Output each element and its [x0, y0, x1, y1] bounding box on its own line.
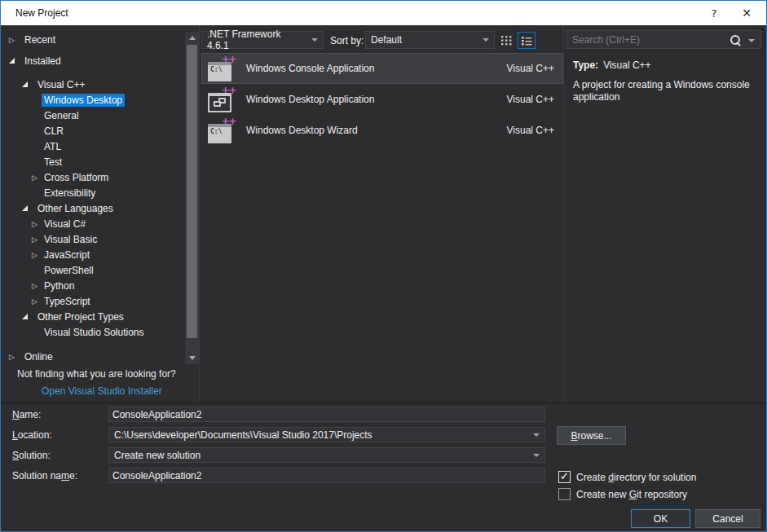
tree-collapsed-icon: ▷ — [32, 220, 42, 228]
help-button[interactable]: ? — [701, 1, 727, 25]
name-label: Name: — [12, 407, 41, 423]
tree-item-other-project-types[interactable]: Other Project Types — [1, 309, 185, 324]
search-box[interactable]: Search (Ctrl+E) — [566, 30, 761, 49]
type-value: Visual C++ — [603, 59, 650, 71]
tree-item-installed[interactable]: Installed — [1, 53, 185, 68]
template-description: A project for creating a Windows console… — [573, 79, 759, 103]
tree-collapsed-icon: ▷ — [32, 297, 42, 306]
template-platform: Visual C++ — [507, 94, 554, 105]
checkbox-icon[interactable] — [558, 471, 571, 483]
tree-item-powershell[interactable]: PowerShell — [1, 262, 185, 278]
tree-item-other-languages[interactable]: Other Languages — [1, 200, 185, 216]
category-tree: ▷Recent Installed Visual C++ Windows Des… — [1, 32, 185, 398]
template-platform: Visual C++ — [507, 125, 554, 136]
dialog-title: New Project — [15, 7, 68, 19]
tree-item-visual-basic[interactable]: ▷Visual Basic — [1, 231, 185, 247]
template-windows-console-application[interactable]: Windows Console Application Visual C++ — [201, 53, 563, 84]
solution-label: Solution: — [12, 448, 51, 464]
tree-item-visual-csharp[interactable]: ▷Visual C# — [1, 216, 185, 231]
list-info-divider — [563, 25, 564, 402]
not-finding-text: Not finding what you are looking for? — [1, 366, 185, 381]
tree-item-online[interactable]: ▷Online — [1, 349, 185, 364]
desktop-application-icon — [208, 86, 235, 113]
scroll-up-icon[interactable] — [185, 32, 199, 44]
framework-dropdown[interactable]: .NET Framework 4.6.1 — [201, 31, 324, 49]
tree-item-extensibility[interactable]: Extensibility — [1, 185, 185, 200]
sort-by-dropdown[interactable]: Default — [365, 31, 495, 49]
chevron-down-icon — [483, 38, 489, 42]
location-label: Location: — [12, 428, 52, 443]
solution-dropdown[interactable]: Create new solution — [108, 447, 545, 463]
project-settings-panel: Name: Location: C:\Users\developer\Docum… — [1, 402, 766, 532]
tree-expanded-icon — [22, 81, 35, 87]
chevron-down-icon — [311, 38, 318, 42]
search-icon[interactable] — [730, 34, 741, 46]
close-button[interactable]: ✕ — [734, 1, 760, 25]
chevron-down-icon — [533, 454, 540, 457]
list-view-button[interactable] — [518, 32, 536, 49]
create-directory-checkbox[interactable]: Create directory for solution — [558, 470, 696, 484]
console-application-icon — [208, 55, 235, 82]
tree-collapsed-icon: ▷ — [32, 251, 42, 259]
browse-button[interactable]: Browse... — [557, 426, 626, 445]
tree-collapsed-icon: ▷ — [9, 353, 22, 361]
tree-item-cross-platform[interactable]: ▷Cross Platform — [1, 169, 185, 185]
checkbox-icon[interactable] — [558, 488, 571, 500]
list-view-icon — [520, 34, 533, 47]
tree-item-typescript[interactable]: ▷TypeScript — [1, 293, 185, 309]
solution-name-label: Solution name: — [12, 468, 77, 484]
template-info-panel: Type:Visual C++ A project for creating a… — [566, 55, 761, 103]
tree-item-python[interactable]: ▷Python — [1, 278, 185, 293]
console-application-icon — [208, 117, 235, 144]
search-options-chevron-icon[interactable] — [748, 39, 755, 42]
tree-list-divider — [199, 25, 200, 402]
grid-view-icon — [500, 34, 513, 46]
solution-name-input[interactable] — [108, 468, 545, 483]
tree-item-test[interactable]: Test — [1, 154, 185, 169]
tree-item-visual-cpp[interactable]: Visual C++ — [1, 77, 185, 92]
tree-scrollbar[interactable] — [185, 32, 199, 364]
tree-item-javascript[interactable]: ▷JavaScript — [1, 247, 185, 262]
location-dropdown[interactable]: C:\Users\developer\Documents\Visual Stud… — [108, 427, 545, 442]
type-label: Type: — [573, 59, 598, 71]
create-git-repo-checkbox[interactable]: Create new Git repository — [558, 487, 687, 501]
tree-collapsed-icon: ▷ — [32, 174, 42, 182]
new-project-dialog: New Project ? ✕ ▷Recent Installed Visual… — [0, 0, 767, 532]
tree-item-visual-studio-solutions[interactable]: Visual Studio Solutions — [1, 324, 185, 340]
sort-by-label: Sort by: — [330, 35, 364, 46]
tree-item-general[interactable]: General — [1, 108, 185, 123]
tree-item-recent[interactable]: ▷Recent — [1, 32, 185, 47]
name-input[interactable] — [108, 407, 545, 422]
cancel-button[interactable]: Cancel — [695, 509, 760, 528]
title-bar: New Project ? ✕ — [1, 1, 766, 25]
open-installer-link[interactable]: Open Visual Studio Installer — [1, 383, 185, 398]
small-icons-view-button[interactable] — [497, 32, 515, 49]
chevron-down-icon — [533, 433, 540, 437]
template-list: Windows Console Application Visual C++ W… — [201, 53, 563, 146]
tree-item-clr[interactable]: CLR — [1, 123, 185, 138]
scroll-down-icon[interactable] — [185, 352, 199, 364]
template-windows-desktop-application[interactable]: Windows Desktop Application Visual C++ — [201, 84, 563, 115]
tree-item-atl[interactable]: ATL — [1, 138, 185, 154]
template-windows-desktop-wizard[interactable]: Windows Desktop Wizard Visual C++ — [201, 115, 563, 146]
tree-item-windows-desktop[interactable]: Windows Desktop — [1, 92, 185, 108]
tree-expanded-icon — [22, 205, 35, 211]
ok-button[interactable]: OK — [631, 509, 690, 528]
tree-expanded-icon — [22, 314, 35, 319]
search-placeholder: Search (Ctrl+E) — [572, 34, 640, 46]
template-platform: Visual C++ — [507, 63, 554, 74]
scrollbar-thumb[interactable] — [187, 45, 197, 338]
tree-collapsed-icon: ▷ — [32, 282, 42, 290]
tree-collapsed-icon: ▷ — [9, 36, 22, 44]
tree-expanded-icon — [9, 58, 22, 64]
tree-collapsed-icon: ▷ — [32, 235, 42, 244]
